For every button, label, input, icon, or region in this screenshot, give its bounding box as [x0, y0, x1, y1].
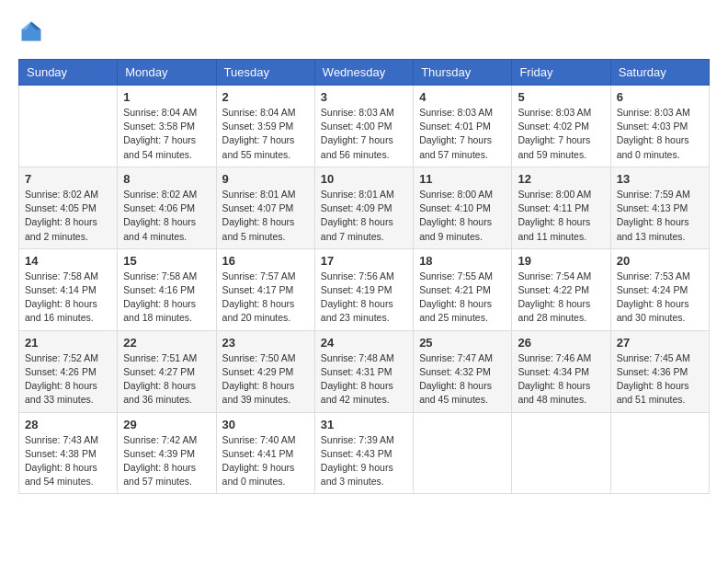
day-info: Sunrise: 8:02 AM Sunset: 4:05 PM Dayligh…: [25, 188, 111, 244]
day-info: Sunrise: 7:46 AM Sunset: 4:34 PM Dayligh…: [518, 351, 604, 408]
day-info: Sunrise: 8:00 AM Sunset: 4:10 PM Dayligh…: [419, 188, 506, 244]
day-number: 1: [123, 90, 210, 104]
day-cell: 30Sunrise: 7:40 AM Sunset: 4:41 PM Dayli…: [216, 412, 314, 494]
day-info: Sunrise: 7:54 AM Sunset: 4:22 PM Dayligh…: [518, 270, 604, 326]
day-cell: [414, 412, 512, 494]
day-info: Sunrise: 7:47 AM Sunset: 4:32 PM Dayligh…: [419, 351, 506, 408]
day-number: 9: [222, 172, 309, 186]
logo-icon: [18, 18, 44, 44]
day-number: 19: [518, 254, 604, 268]
day-number: 21: [25, 336, 111, 350]
day-cell: 13Sunrise: 7:59 AM Sunset: 4:13 PM Dayli…: [610, 167, 709, 248]
day-info: Sunrise: 8:04 AM Sunset: 3:58 PM Dayligh…: [123, 106, 210, 162]
day-info: Sunrise: 8:03 AM Sunset: 4:01 PM Dayligh…: [419, 106, 506, 162]
header: [18, 18, 710, 44]
day-number: 2: [222, 90, 309, 104]
day-cell: 10Sunrise: 8:01 AM Sunset: 4:09 PM Dayli…: [314, 167, 413, 248]
day-info: Sunrise: 7:59 AM Sunset: 4:13 PM Dayligh…: [617, 188, 703, 244]
day-cell: [610, 412, 709, 494]
day-number: 25: [419, 336, 506, 350]
day-cell: 5Sunrise: 8:03 AM Sunset: 4:02 PM Daylig…: [512, 86, 610, 167]
day-number: 24: [321, 336, 407, 350]
day-number: 22: [123, 336, 210, 350]
weekday-header-thursday: Thursday: [414, 60, 512, 86]
day-number: 16: [222, 254, 309, 268]
day-info: Sunrise: 8:00 AM Sunset: 4:11 PM Dayligh…: [518, 188, 604, 244]
calendar: SundayMondayTuesdayWednesdayThursdayFrid…: [18, 59, 710, 494]
day-number: 15: [123, 254, 210, 268]
day-info: Sunrise: 8:03 AM Sunset: 4:00 PM Dayligh…: [321, 106, 407, 162]
day-number: 3: [321, 90, 407, 104]
day-info: Sunrise: 7:45 AM Sunset: 4:36 PM Dayligh…: [617, 351, 703, 408]
day-cell: [19, 86, 118, 167]
day-info: Sunrise: 7:55 AM Sunset: 4:21 PM Dayligh…: [419, 270, 506, 326]
day-number: 13: [617, 172, 703, 186]
day-number: 29: [123, 418, 210, 431]
day-info: Sunrise: 8:02 AM Sunset: 4:06 PM Dayligh…: [123, 188, 210, 244]
day-number: 27: [617, 336, 703, 350]
day-number: 31: [321, 418, 407, 431]
day-cell: 9Sunrise: 8:01 AM Sunset: 4:07 PM Daylig…: [216, 167, 314, 248]
day-cell: 20Sunrise: 7:53 AM Sunset: 4:24 PM Dayli…: [610, 248, 709, 330]
day-number: 30: [222, 418, 309, 431]
day-cell: 6Sunrise: 8:03 AM Sunset: 4:03 PM Daylig…: [610, 86, 709, 167]
day-number: 20: [617, 254, 703, 268]
day-number: 10: [321, 172, 407, 186]
day-info: Sunrise: 8:01 AM Sunset: 4:07 PM Dayligh…: [222, 188, 309, 244]
day-cell: 12Sunrise: 8:00 AM Sunset: 4:11 PM Dayli…: [512, 167, 610, 248]
day-cell: [512, 412, 610, 494]
weekday-header-tuesday: Tuesday: [216, 60, 314, 86]
day-info: Sunrise: 8:01 AM Sunset: 4:09 PM Dayligh…: [321, 188, 407, 244]
day-cell: 14Sunrise: 7:58 AM Sunset: 4:14 PM Dayli…: [19, 248, 118, 330]
day-cell: 21Sunrise: 7:52 AM Sunset: 4:26 PM Dayli…: [19, 330, 118, 412]
day-cell: 31Sunrise: 7:39 AM Sunset: 4:43 PM Dayli…: [314, 412, 413, 494]
day-cell: 18Sunrise: 7:55 AM Sunset: 4:21 PM Dayli…: [414, 248, 512, 330]
day-info: Sunrise: 7:40 AM Sunset: 4:41 PM Dayligh…: [222, 433, 309, 489]
week-row-5: 28Sunrise: 7:43 AM Sunset: 4:38 PM Dayli…: [19, 412, 710, 494]
day-info: Sunrise: 8:03 AM Sunset: 4:03 PM Dayligh…: [617, 106, 703, 162]
day-cell: 26Sunrise: 7:46 AM Sunset: 4:34 PM Dayli…: [512, 330, 610, 412]
day-info: Sunrise: 7:39 AM Sunset: 4:43 PM Dayligh…: [321, 433, 407, 489]
weekday-header-wednesday: Wednesday: [314, 60, 413, 86]
weekday-header-monday: Monday: [118, 60, 216, 86]
day-info: Sunrise: 7:42 AM Sunset: 4:39 PM Dayligh…: [123, 433, 210, 489]
day-cell: 8Sunrise: 8:02 AM Sunset: 4:06 PM Daylig…: [118, 167, 216, 248]
day-cell: 4Sunrise: 8:03 AM Sunset: 4:01 PM Daylig…: [414, 86, 512, 167]
day-cell: 15Sunrise: 7:58 AM Sunset: 4:16 PM Dayli…: [118, 248, 216, 330]
day-cell: 19Sunrise: 7:54 AM Sunset: 4:22 PM Dayli…: [512, 248, 610, 330]
day-number: 7: [25, 172, 111, 186]
weekday-header-row: SundayMondayTuesdayWednesdayThursdayFrid…: [19, 60, 710, 86]
day-info: Sunrise: 8:03 AM Sunset: 4:02 PM Dayligh…: [518, 106, 604, 162]
day-info: Sunrise: 7:53 AM Sunset: 4:24 PM Dayligh…: [617, 270, 703, 326]
day-number: 18: [419, 254, 506, 268]
day-number: 11: [419, 172, 506, 186]
day-number: 14: [25, 254, 111, 268]
logo: [18, 18, 48, 44]
week-row-3: 14Sunrise: 7:58 AM Sunset: 4:14 PM Dayli…: [19, 248, 710, 330]
day-info: Sunrise: 7:43 AM Sunset: 4:38 PM Dayligh…: [25, 433, 111, 489]
day-info: Sunrise: 7:52 AM Sunset: 4:26 PM Dayligh…: [25, 351, 111, 408]
day-cell: 7Sunrise: 8:02 AM Sunset: 4:05 PM Daylig…: [19, 167, 118, 248]
day-cell: 3Sunrise: 8:03 AM Sunset: 4:00 PM Daylig…: [314, 86, 413, 167]
week-row-4: 21Sunrise: 7:52 AM Sunset: 4:26 PM Dayli…: [19, 330, 710, 412]
weekday-header-sunday: Sunday: [19, 60, 118, 86]
day-cell: 24Sunrise: 7:48 AM Sunset: 4:31 PM Dayli…: [314, 330, 413, 412]
day-number: 26: [518, 336, 604, 350]
day-number: 5: [518, 90, 604, 104]
day-cell: 16Sunrise: 7:57 AM Sunset: 4:17 PM Dayli…: [216, 248, 314, 330]
day-info: Sunrise: 8:04 AM Sunset: 3:59 PM Dayligh…: [222, 106, 309, 162]
day-cell: 17Sunrise: 7:56 AM Sunset: 4:19 PM Dayli…: [314, 248, 413, 330]
day-cell: 23Sunrise: 7:50 AM Sunset: 4:29 PM Dayli…: [216, 330, 314, 412]
day-number: 6: [617, 90, 703, 104]
day-number: 17: [321, 254, 407, 268]
day-number: 4: [419, 90, 506, 104]
day-cell: 2Sunrise: 8:04 AM Sunset: 3:59 PM Daylig…: [216, 86, 314, 167]
day-number: 28: [25, 418, 111, 431]
day-cell: 27Sunrise: 7:45 AM Sunset: 4:36 PM Dayli…: [610, 330, 709, 412]
day-cell: 25Sunrise: 7:47 AM Sunset: 4:32 PM Dayli…: [414, 330, 512, 412]
day-info: Sunrise: 7:56 AM Sunset: 4:19 PM Dayligh…: [321, 270, 407, 326]
week-row-1: 1Sunrise: 8:04 AM Sunset: 3:58 PM Daylig…: [19, 86, 710, 167]
weekday-header-friday: Friday: [512, 60, 610, 86]
day-cell: 1Sunrise: 8:04 AM Sunset: 3:58 PM Daylig…: [118, 86, 216, 167]
day-info: Sunrise: 7:50 AM Sunset: 4:29 PM Dayligh…: [222, 351, 309, 408]
